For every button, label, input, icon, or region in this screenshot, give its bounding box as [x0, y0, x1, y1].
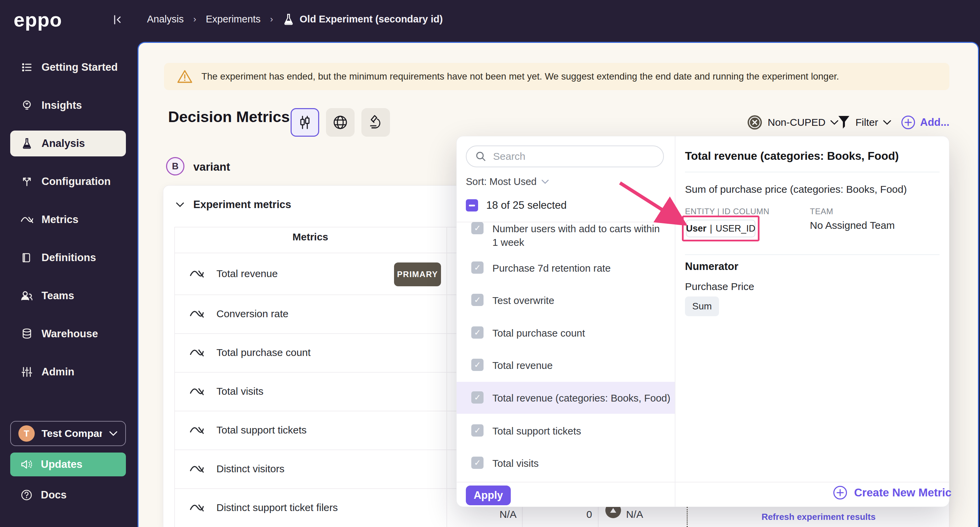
sidebar-item-warehouse[interactable]: Warehouse [10, 321, 126, 347]
detail-divider [685, 254, 940, 255]
table-row[interactable]: Conversion rate [189, 304, 288, 324]
refresh-experiment-results-link[interactable]: Refresh experiment results [762, 512, 875, 522]
chevron-down-icon [883, 120, 891, 125]
sidebar-item-configuration[interactable]: Configuration [10, 169, 126, 194]
metric-label: Distinct visitors [216, 463, 285, 475]
sort-selector[interactable]: Sort: Most Used [466, 176, 549, 187]
metric-icon [189, 502, 204, 513]
sidebar-item-metrics[interactable]: Metrics [10, 207, 126, 233]
checked-checkbox[interactable] [471, 294, 484, 306]
table-border [447, 227, 447, 527]
flask-icon [283, 13, 294, 26]
table-row[interactable]: Total revenue [189, 264, 278, 284]
table-row[interactable]: Total purchase count [189, 342, 311, 363]
metric-option-label: Total visits [492, 457, 539, 470]
aggregation-chip: Sum [685, 297, 719, 316]
table-row[interactable]: Total support tickets [189, 420, 307, 440]
flask-icon [21, 137, 33, 150]
numerator-value: Purchase Price [685, 281, 754, 292]
numerator-heading: Numerator [685, 260, 738, 273]
breadcrumb-analysis[interactable]: Analysis [147, 14, 184, 25]
sidebar: Getting Started Insights Analysis Config… [0, 38, 137, 527]
entity-id: USER_ID [716, 223, 756, 234]
metric-icon [189, 386, 204, 397]
table-row[interactable]: Distinct support ticket filers [189, 497, 338, 518]
sidebar-label: Definitions [41, 252, 96, 264]
search-input[interactable] [493, 151, 643, 162]
table-border [174, 449, 458, 450]
workspace-avatar: T [18, 425, 35, 442]
sidebar-item-insights[interactable]: Insights [10, 92, 126, 118]
sidebar-item-getting-started[interactable]: Getting Started [10, 54, 126, 80]
view-toggle-metrics-button[interactable] [291, 108, 319, 137]
apply-button[interactable]: Apply [466, 486, 511, 505]
checked-checkbox[interactable] [471, 424, 484, 437]
metric-option[interactable]: Total purchase count [471, 326, 671, 340]
breadcrumb-separator-icon: › [270, 14, 273, 24]
team-value: No Assigned Team [810, 220, 895, 231]
globe-icon [332, 114, 348, 130]
sidebar-item-teams[interactable]: Teams [10, 283, 126, 309]
metric-option-selected[interactable]: Total revenue (categories: Books, Food) [471, 391, 671, 405]
breadcrumb-current: Old Experiment (secondary id) [283, 13, 443, 26]
candlestick-icon [298, 114, 312, 130]
select-all-row[interactable]: 18 of 25 selected [466, 199, 566, 211]
arrow-up-icon [610, 508, 616, 513]
experiment-metrics-section-toggle[interactable]: Experiment metrics [176, 198, 291, 211]
metric-option[interactable]: Total revenue [471, 359, 671, 372]
table-border [174, 488, 458, 489]
sort-label: Sort: Most Used [466, 176, 537, 187]
indeterminate-checkbox[interactable] [466, 199, 478, 211]
metric-option[interactable]: Purchase 7d retention rate [471, 262, 671, 275]
view-toggle-global-button[interactable] [326, 108, 355, 137]
refresh-zone: Refresh experiment results [687, 507, 950, 527]
add-metric-button[interactable]: Add... [901, 108, 950, 137]
metric-search[interactable] [466, 146, 664, 167]
checked-checkbox[interactable] [471, 391, 484, 403]
metric-label: Conversion rate [216, 308, 288, 320]
breadcrumb-experiments[interactable]: Experiments [206, 14, 261, 25]
book-icon [21, 251, 33, 264]
checked-checkbox[interactable] [471, 457, 484, 469]
workspace-switcher[interactable]: T Test Compan... [10, 421, 126, 446]
view-toggle-explore-button[interactable] [361, 108, 390, 137]
chevron-down-icon [541, 179, 549, 184]
sidebar-item-admin[interactable]: Admin [10, 359, 126, 385]
eppo-logo[interactable]: eppo [14, 8, 62, 31]
popup-divider [675, 137, 675, 506]
table-row[interactable]: Total visits [189, 381, 263, 402]
checked-checkbox[interactable] [471, 222, 484, 234]
table-header-metrics: Metrics [174, 231, 447, 243]
breadcrumb: Analysis › Experiments › Old Experiment … [147, 0, 443, 38]
filter-selector[interactable]: Filter [838, 108, 891, 137]
workspace-name: Test Compan... [41, 428, 102, 439]
sidebar-item-analysis[interactable]: Analysis [10, 130, 126, 156]
checked-checkbox[interactable] [471, 359, 484, 371]
sidebar-collapse-icon[interactable] [111, 13, 124, 27]
warning-banner: The experiment has ended, but the minimu… [164, 63, 950, 90]
metric-icon [189, 268, 204, 279]
warning-banner-text: The experiment has ended, but the minimu… [202, 71, 839, 82]
create-new-metric-label: Create New Metric [854, 486, 951, 499]
sidebar-item-updates[interactable]: Updates [10, 452, 126, 476]
sidebar-item-docs[interactable]: Docs [10, 483, 126, 507]
table-border [174, 294, 458, 295]
metric-icon [189, 308, 204, 319]
sidebar-label: Analysis [41, 137, 85, 149]
page-title: Decision Metrics [168, 108, 290, 126]
metric-waves-icon [21, 213, 33, 226]
checked-checkbox[interactable] [471, 262, 484, 274]
metric-option[interactable]: Total visits [471, 457, 671, 470]
metric-option[interactable]: Test overwrite [471, 294, 671, 307]
table-row[interactable]: Distinct visitors [189, 459, 285, 479]
create-new-metric-button[interactable]: Create New Metric [833, 486, 951, 500]
cuped-selector[interactable]: Non-CUPED [747, 108, 838, 137]
sidebar-item-definitions[interactable]: Definitions [10, 245, 126, 271]
metric-label: Total support tickets [216, 424, 307, 436]
top-bar: eppo Analysis › Experiments › Old Experi… [0, 0, 980, 38]
metric-option[interactable]: Number users with add to carts within 1 … [471, 222, 671, 249]
database-icon [21, 327, 33, 340]
popup-footer-divider [457, 482, 949, 483]
checked-checkbox[interactable] [471, 326, 484, 339]
metric-option[interactable]: Total support tickets [471, 424, 671, 438]
